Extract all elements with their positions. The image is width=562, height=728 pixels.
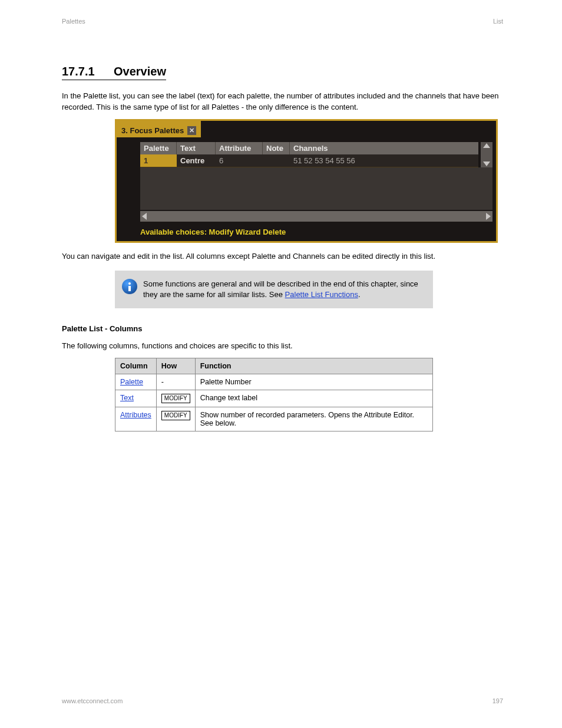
page-header: Palettes List bbox=[62, 18, 503, 25]
cell-note bbox=[263, 154, 290, 167]
modify-key: MODIFY bbox=[161, 411, 190, 420]
modify-key: MODIFY bbox=[161, 394, 190, 403]
palette-table: Palette Text Attribute Note Channels 1 C… bbox=[140, 142, 478, 167]
table-row: Attributes MODIFY Show number of recorde… bbox=[115, 407, 433, 431]
col-palette-link[interactable]: Palette bbox=[120, 378, 143, 386]
how-palette: - bbox=[156, 374, 195, 390]
th-text[interactable]: Text bbox=[177, 142, 216, 154]
info-icon bbox=[122, 279, 137, 294]
func-attributes: Show number of recorded parameters. Open… bbox=[195, 407, 432, 431]
available-choices: Available choices: Modify Wizard Delete bbox=[117, 224, 496, 241]
columns-intro: The following columns, functions and cho… bbox=[62, 341, 503, 352]
footer-url: www.etcconnect.com bbox=[62, 697, 123, 704]
scroll-down-icon[interactable] bbox=[483, 162, 490, 166]
callout-text: Some functions are general and will be d… bbox=[143, 279, 424, 300]
scroll-left-icon[interactable] bbox=[142, 213, 147, 220]
columns-heading: Palette List - Columns bbox=[62, 324, 503, 335]
th-channels[interactable]: Channels bbox=[290, 142, 478, 154]
cell-text: Centre bbox=[177, 154, 216, 167]
func-text: Change text label bbox=[195, 390, 432, 407]
tab-title: 3. Focus Palettes bbox=[121, 126, 184, 135]
cell-channels: 51 52 53 54 55 56 bbox=[290, 154, 478, 167]
horizontal-scrollbar[interactable] bbox=[140, 211, 492, 222]
section-heading: 17.7.1Overview bbox=[62, 65, 166, 80]
col-attributes-link[interactable]: Attributes bbox=[120, 411, 151, 419]
columns-table-header: Column How Function bbox=[115, 358, 433, 374]
th-function: Function bbox=[195, 358, 432, 374]
th-note[interactable]: Note bbox=[263, 142, 290, 154]
scroll-right-icon[interactable] bbox=[486, 213, 491, 220]
palette-list-functions-link[interactable]: Palette List Functions bbox=[285, 290, 358, 299]
below-screenshot-text: You can navigate and edit in the list. A… bbox=[62, 251, 503, 262]
page-footer: www.etcconnect.com 197 bbox=[62, 697, 503, 704]
table-row: Palette - Palette Number bbox=[115, 374, 433, 390]
page-number: 197 bbox=[492, 697, 503, 704]
func-palette: Palette Number bbox=[195, 374, 432, 390]
th-attribute[interactable]: Attribute bbox=[216, 142, 263, 154]
intro-paragraph: In the Palette list, you can see the lab… bbox=[62, 91, 503, 113]
close-icon[interactable]: ✕ bbox=[187, 126, 196, 135]
scroll-up-icon[interactable] bbox=[483, 143, 490, 148]
focus-palettes-tab[interactable]: 3. Focus Palettes ✕ bbox=[117, 121, 201, 137]
how-attributes: MODIFY bbox=[156, 407, 195, 431]
cell-palette: 1 bbox=[140, 154, 177, 167]
cell-attribute: 6 bbox=[216, 154, 263, 167]
tab-bar: 3. Focus Palettes ✕ bbox=[117, 121, 496, 137]
th-palette[interactable]: Palette bbox=[140, 142, 177, 154]
table-row: Text MODIFY Change text label bbox=[115, 390, 433, 407]
focus-palettes-screenshot: 3. Focus Palettes ✕ Palette Text Attribu… bbox=[115, 119, 498, 243]
header-right: List bbox=[493, 18, 503, 25]
th-how: How bbox=[156, 358, 195, 374]
columns-table: Column How Function Palette - Palette Nu… bbox=[115, 358, 433, 431]
info-callout: Some functions are general and will be d… bbox=[115, 271, 433, 308]
table-row[interactable]: 1 Centre 6 51 52 53 54 55 56 bbox=[140, 154, 478, 167]
vertical-scrollbar[interactable] bbox=[481, 142, 492, 167]
header-left: Palettes bbox=[62, 18, 85, 25]
col-text-link[interactable]: Text bbox=[120, 394, 134, 402]
how-text: MODIFY bbox=[156, 390, 195, 407]
table-empty-area bbox=[140, 167, 492, 210]
th-column: Column bbox=[115, 358, 157, 374]
table-header-row: Palette Text Attribute Note Channels bbox=[140, 142, 478, 154]
